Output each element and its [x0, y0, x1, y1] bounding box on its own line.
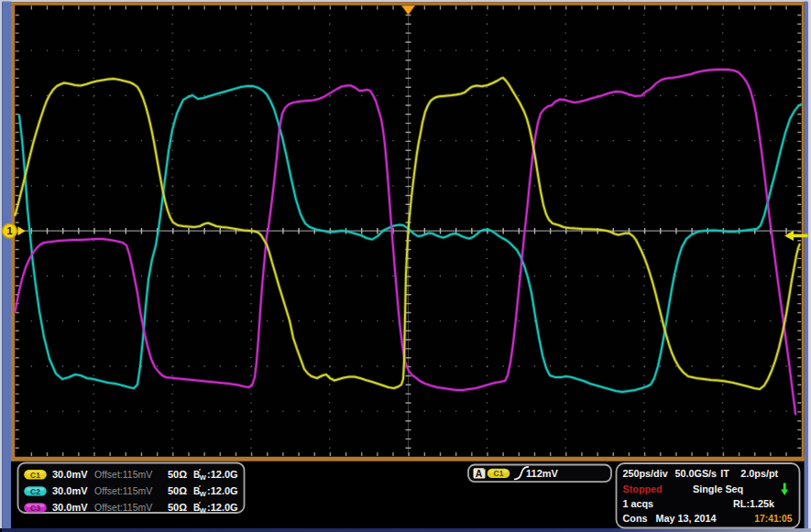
- svg-text:Cons May 13, 2014: Cons May 13, 2014: [623, 513, 717, 524]
- svg-text:112mV: 112mV: [526, 468, 559, 479]
- svg-text:W: W: [200, 490, 207, 498]
- svg-text:250ps/div: 250ps/div: [623, 468, 668, 479]
- svg-text:30.0mV: 30.0mV: [52, 485, 88, 496]
- svg-text:Single Seq: Single Seq: [693, 483, 743, 494]
- svg-text:C1: C1: [494, 469, 504, 478]
- svg-text:Offset:115mV: Offset:115mV: [94, 469, 152, 480]
- svg-text::12.0G: :12.0G: [207, 469, 238, 480]
- svg-text:17:41:05: 17:41:05: [754, 514, 792, 524]
- svg-text:C3: C3: [30, 504, 40, 513]
- svg-text:RL:1.25k: RL:1.25k: [733, 498, 775, 509]
- svg-text:Stopped: Stopped: [623, 483, 663, 494]
- svg-text:Offset:115mV: Offset:115mV: [94, 502, 152, 513]
- svg-text:50.0GS/s: 50.0GS/s: [675, 468, 718, 479]
- svg-text:W: W: [200, 473, 207, 482]
- svg-text:Offset:115mV: Offset:115mV: [94, 485, 152, 496]
- svg-text:C2: C2: [30, 487, 40, 496]
- svg-text:30.0mV: 30.0mV: [52, 502, 88, 513]
- svg-text:A: A: [476, 468, 483, 479]
- svg-text:IT: IT: [720, 468, 729, 479]
- svg-text:C1: C1: [30, 471, 40, 480]
- svg-text:1: 1: [6, 225, 12, 236]
- svg-text:2.0ps/pt: 2.0ps/pt: [740, 468, 778, 479]
- svg-text:1 acqs: 1 acqs: [623, 498, 654, 509]
- svg-text:′: ′: [199, 500, 201, 508]
- svg-text:50Ω: 50Ω: [168, 502, 187, 513]
- svg-text:50Ω: 50Ω: [168, 485, 187, 496]
- svg-text:W: W: [200, 506, 207, 515]
- svg-text::12.0G: :12.0G: [207, 485, 238, 496]
- svg-text:30.0mV: 30.0mV: [52, 469, 88, 480]
- svg-text:′: ′: [199, 467, 201, 475]
- svg-text::12.0G: :12.0G: [207, 502, 238, 513]
- svg-text:50Ω: 50Ω: [168, 469, 187, 480]
- svg-text:′: ′: [199, 483, 201, 492]
